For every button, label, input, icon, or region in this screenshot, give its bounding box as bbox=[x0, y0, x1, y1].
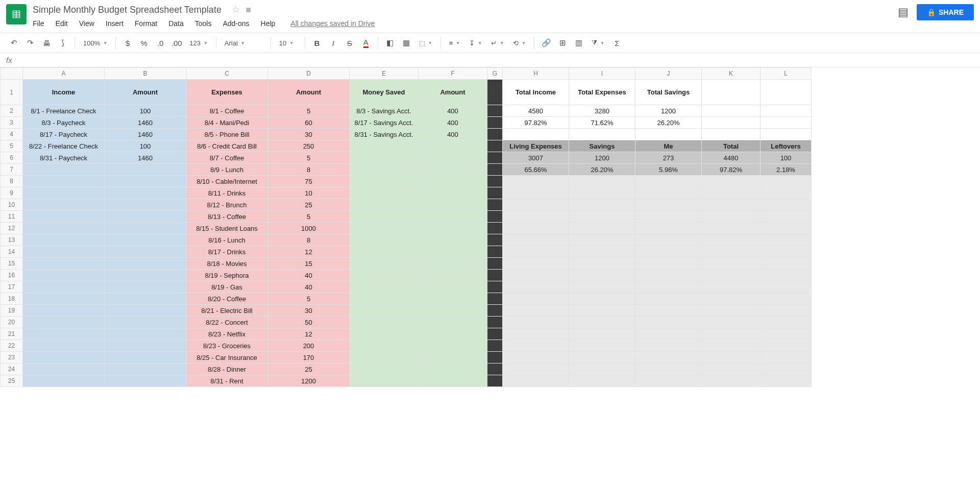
cell-C4[interactable]: 8/5 - Phone Bill bbox=[186, 129, 268, 140]
cell-H3[interactable]: 97.82% bbox=[503, 117, 569, 129]
row-header-7[interactable]: 7 bbox=[1, 164, 23, 176]
cell-A21[interactable] bbox=[23, 328, 105, 340]
cell-L25[interactable] bbox=[761, 375, 812, 387]
cell-B16[interactable] bbox=[105, 270, 186, 281]
cell-B11[interactable] bbox=[105, 211, 186, 223]
cell-J21[interactable] bbox=[635, 328, 702, 340]
cell-K3[interactable] bbox=[702, 117, 761, 129]
cell-E15[interactable] bbox=[350, 258, 419, 270]
cell-D17[interactable]: 40 bbox=[268, 281, 350, 293]
cell-H8[interactable] bbox=[503, 176, 569, 187]
cell-I19[interactable] bbox=[569, 305, 635, 317]
row-header-20[interactable]: 20 bbox=[1, 317, 23, 328]
cell-A11[interactable] bbox=[23, 211, 105, 223]
row-header-25[interactable]: 25 bbox=[1, 375, 23, 387]
cell-L18[interactable] bbox=[761, 293, 812, 305]
cell-D19[interactable]: 30 bbox=[268, 305, 350, 317]
cell-I10[interactable] bbox=[569, 199, 635, 211]
cell-C1[interactable]: Expenses bbox=[186, 80, 268, 105]
cell-D14[interactable]: 12 bbox=[268, 246, 350, 258]
cell-A18[interactable] bbox=[23, 293, 105, 305]
cell-L15[interactable] bbox=[761, 258, 812, 270]
cell-F23[interactable] bbox=[419, 352, 487, 364]
merge-cells-icon[interactable]: ⬚▼ bbox=[415, 35, 436, 51]
cell-H18[interactable] bbox=[503, 293, 569, 305]
cell-C3[interactable]: 8/4 - Mani/Pedi bbox=[186, 117, 268, 129]
cell-G14[interactable] bbox=[487, 246, 503, 258]
col-header-F[interactable]: F bbox=[419, 68, 487, 80]
cell-F6[interactable] bbox=[419, 152, 487, 164]
cell-L22[interactable] bbox=[761, 340, 812, 352]
cell-D12[interactable]: 1000 bbox=[268, 223, 350, 234]
cell-G23[interactable] bbox=[487, 352, 503, 364]
cell-B19[interactable] bbox=[105, 305, 186, 317]
row-header-8[interactable]: 8 bbox=[1, 176, 23, 187]
cell-D8[interactable]: 75 bbox=[268, 176, 350, 187]
cell-J25[interactable] bbox=[635, 375, 702, 387]
cell-B22[interactable] bbox=[105, 340, 186, 352]
cell-H6[interactable]: 3007 bbox=[503, 152, 569, 164]
cell-G7[interactable] bbox=[487, 164, 503, 176]
cell-D11[interactable]: 5 bbox=[268, 211, 350, 223]
print-icon[interactable]: 🖶 bbox=[39, 35, 54, 51]
cell-A2[interactable]: 8/1 - Freelance Check bbox=[23, 105, 105, 117]
cell-C5[interactable]: 8/6 - Credit Card Bill bbox=[186, 140, 268, 152]
cell-C6[interactable]: 8/7 - Coffee bbox=[186, 152, 268, 164]
cell-A8[interactable] bbox=[23, 176, 105, 187]
cell-G1[interactable] bbox=[487, 80, 503, 105]
cell-L8[interactable] bbox=[761, 176, 812, 187]
cell-B25[interactable] bbox=[105, 375, 186, 387]
cell-J19[interactable] bbox=[635, 305, 702, 317]
cell-C20[interactable]: 8/22 - Concert bbox=[186, 317, 268, 328]
cell-J13[interactable] bbox=[635, 234, 702, 246]
cell-D9[interactable]: 10 bbox=[268, 187, 350, 199]
cell-J12[interactable] bbox=[635, 223, 702, 234]
cell-D13[interactable]: 8 bbox=[268, 234, 350, 246]
cell-D5[interactable]: 250 bbox=[268, 140, 350, 152]
cell-F24[interactable] bbox=[419, 364, 487, 375]
cell-D3[interactable]: 60 bbox=[268, 117, 350, 129]
cell-F20[interactable] bbox=[419, 317, 487, 328]
cell-G10[interactable] bbox=[487, 199, 503, 211]
paint-format-icon[interactable]: ⟆ bbox=[55, 35, 70, 51]
cell-I4[interactable] bbox=[569, 129, 635, 140]
cell-L3[interactable] bbox=[761, 117, 812, 129]
cell-C23[interactable]: 8/25 - Car Insurance bbox=[186, 352, 268, 364]
cell-C16[interactable]: 8/19 - Sephora bbox=[186, 270, 268, 281]
row-header-23[interactable]: 23 bbox=[1, 352, 23, 364]
row-header-10[interactable]: 10 bbox=[1, 199, 23, 211]
cell-J8[interactable] bbox=[635, 176, 702, 187]
cell-C15[interactable]: 8/18 - Movies bbox=[186, 258, 268, 270]
cell-L19[interactable] bbox=[761, 305, 812, 317]
cell-J20[interactable] bbox=[635, 317, 702, 328]
cell-I16[interactable] bbox=[569, 270, 635, 281]
bold-icon[interactable]: B bbox=[309, 35, 325, 51]
cell-F12[interactable] bbox=[419, 223, 487, 234]
cell-C13[interactable]: 8/16 - Lunch bbox=[186, 234, 268, 246]
row-header-4[interactable]: 4 bbox=[1, 129, 23, 140]
cell-G6[interactable] bbox=[487, 152, 503, 164]
cell-H17[interactable] bbox=[503, 281, 569, 293]
cell-L11[interactable] bbox=[761, 211, 812, 223]
cell-D1[interactable]: Amount bbox=[268, 80, 350, 105]
cell-G15[interactable] bbox=[487, 258, 503, 270]
cell-I22[interactable] bbox=[569, 340, 635, 352]
cell-H20[interactable] bbox=[503, 317, 569, 328]
comments-icon[interactable]: ▤ bbox=[898, 6, 909, 19]
cell-E9[interactable] bbox=[350, 187, 419, 199]
cell-J9[interactable] bbox=[635, 187, 702, 199]
menu-insert[interactable]: Insert bbox=[106, 17, 129, 30]
col-header-K[interactable]: K bbox=[702, 68, 761, 80]
cell-F19[interactable] bbox=[419, 305, 487, 317]
cell-C2[interactable]: 8/1 - Coffee bbox=[186, 105, 268, 117]
cell-B6[interactable]: 1460 bbox=[105, 152, 186, 164]
cell-E18[interactable] bbox=[350, 293, 419, 305]
col-header-A[interactable]: A bbox=[23, 68, 105, 80]
cell-K23[interactable] bbox=[702, 352, 761, 364]
cell-D22[interactable]: 200 bbox=[268, 340, 350, 352]
cell-F1[interactable]: Amount bbox=[419, 80, 487, 105]
cell-J4[interactable] bbox=[635, 129, 702, 140]
cell-H19[interactable] bbox=[503, 305, 569, 317]
cell-I14[interactable] bbox=[569, 246, 635, 258]
cell-G8[interactable] bbox=[487, 176, 503, 187]
